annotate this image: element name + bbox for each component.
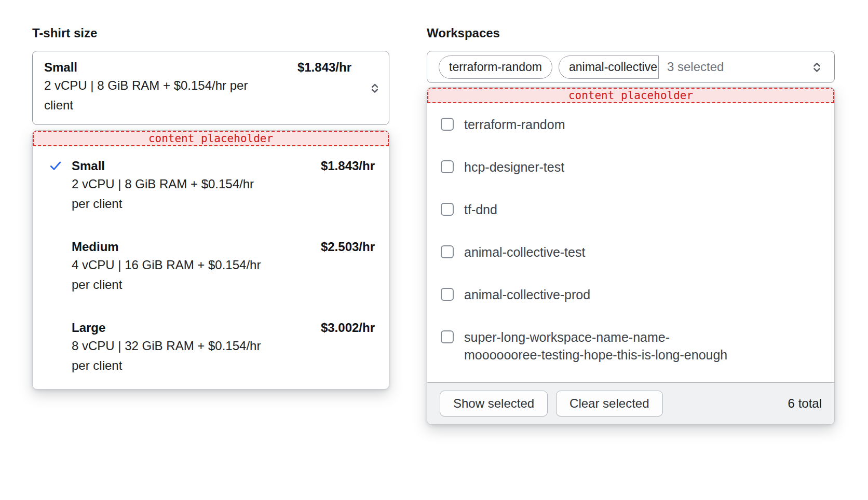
workspace-name: terraform-random: [464, 116, 565, 133]
workspace-name: tf-dnd: [464, 201, 497, 218]
option-description-line2: per client: [72, 275, 375, 295]
workspace-item-terraform-random[interactable]: terraform-random: [427, 103, 834, 146]
show-selected-button[interactable]: Show selected: [440, 391, 548, 416]
tshirt-size-dropdown: content placeholder Small $1.843/hr 2 vC…: [32, 130, 389, 390]
option-title: Large: [72, 320, 105, 336]
size-option-large[interactable]: Large $3.002/hr 8 vCPU | 32 GiB RAM + $0…: [33, 308, 389, 389]
workspace-item-hcp-designer-test[interactable]: hcp-designer-test: [427, 146, 834, 188]
content-placeholder-banner: content placeholder: [33, 131, 389, 146]
tag-animal-collective[interactable]: animal-collective: [559, 55, 659, 79]
workspace-item-super-long-workspace[interactable]: super-long-workspace-name-name- moooooor…: [427, 316, 834, 376]
workspace-item-animal-collective-test[interactable]: animal-collective-test: [427, 231, 834, 273]
tshirt-size-label: T-shirt size: [32, 26, 389, 40]
checkbox-icon[interactable]: [441, 160, 454, 173]
option-description-line1: 2 vCPU | 8 GiB RAM + $0.154/hr: [72, 174, 375, 194]
chevron-updown-icon: [810, 60, 824, 74]
size-option-medium[interactable]: Medium $2.503/hr 4 vCPU | 16 GiB RAM + $…: [33, 227, 389, 308]
selected-size-description-line1: 2 vCPU | 8 GiB RAM + $0.154/hr per: [44, 76, 378, 95]
workspace-item-animal-collective-prod[interactable]: animal-collective-prod: [427, 273, 834, 316]
workspaces-list: terraform-random hcp-designer-test tf-dn…: [427, 103, 834, 382]
tag-terraform-random[interactable]: terraform-random: [439, 55, 552, 79]
tshirt-size-select-trigger[interactable]: Small $1.843/hr 2 vCPU | 8 GiB RAM + $0.…: [32, 51, 389, 125]
tshirt-size-section: T-shirt size Small $1.843/hr 2 vCPU | 8 …: [32, 26, 389, 390]
chevron-updown-icon: [368, 81, 382, 95]
selected-size-description-line2: client: [44, 95, 378, 115]
selected-size-price: $1.843/hr: [297, 59, 351, 76]
workspace-item-tf-dnd[interactable]: tf-dnd: [427, 188, 834, 231]
workspaces-section: Workspaces terraform-random animal-colle…: [427, 26, 835, 425]
selected-count-label: 3 selected: [667, 60, 724, 74]
workspace-name: super-long-workspace-name-name-: [464, 328, 727, 346]
workspaces-dropdown: content placeholder terraform-random hcp…: [427, 87, 835, 425]
checkbox-icon[interactable]: [441, 288, 454, 301]
option-description-line1: 4 vCPU | 16 GiB RAM + $0.154/hr: [72, 255, 375, 275]
content-placeholder-banner: content placeholder: [427, 88, 834, 103]
check-icon: [48, 159, 63, 175]
workspace-name: animal-collective-prod: [464, 286, 590, 303]
option-description-line2: per client: [72, 194, 375, 214]
size-option-small[interactable]: Small $1.843/hr 2 vCPU | 8 GiB RAM + $0.…: [33, 146, 389, 227]
selected-size-title: Small: [44, 59, 77, 76]
checkbox-icon[interactable]: [441, 245, 454, 258]
clear-selected-button[interactable]: Clear selected: [556, 391, 662, 416]
workspace-name-line2: mooooooree-testing-hope-this-is-long-eno…: [464, 346, 727, 364]
option-price: $3.002/hr: [321, 320, 375, 336]
option-description-line2: per client: [72, 356, 375, 376]
total-count-label: 6 total: [788, 396, 822, 411]
option-title: Small: [72, 158, 105, 174]
option-title: Medium: [72, 239, 119, 255]
checkbox-icon[interactable]: [441, 203, 454, 216]
option-price: $2.503/hr: [321, 239, 375, 255]
workspace-name: hcp-designer-test: [464, 158, 564, 176]
checkbox-icon[interactable]: [441, 330, 454, 343]
workspace-name: animal-collective-test: [464, 243, 585, 261]
checkbox-icon[interactable]: [441, 118, 454, 131]
workspaces-select-trigger[interactable]: terraform-random animal-collective 3 sel…: [427, 51, 835, 83]
workspaces-label: Workspaces: [427, 26, 835, 40]
option-price: $1.843/hr: [321, 158, 375, 174]
option-description-line1: 8 vCPU | 32 GiB RAM + $0.154/hr: [72, 336, 375, 356]
workspaces-footer: Show selected Clear selected 6 total: [427, 382, 834, 424]
